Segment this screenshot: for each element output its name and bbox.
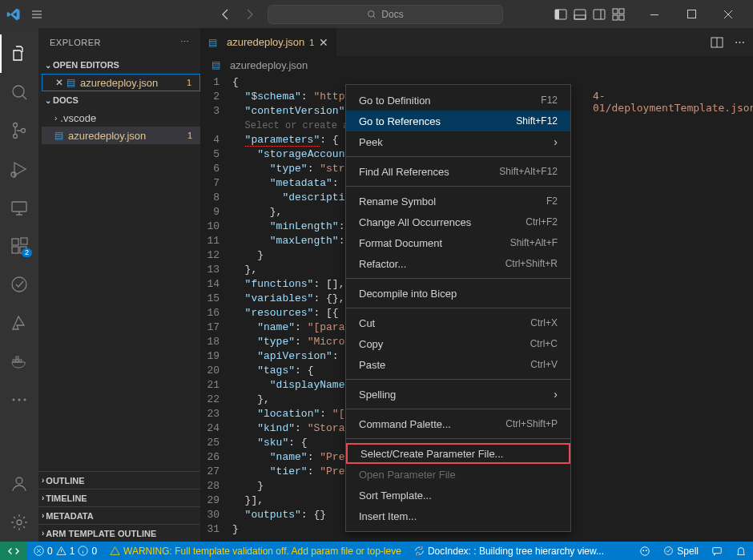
status-docindex[interactable]: DocIndex: : Building tree hierarchy view…	[408, 542, 610, 560]
search-icon	[367, 10, 376, 19]
arm-file-icon: ▤	[208, 37, 217, 48]
folder-item-vscode[interactable]: › .vscode	[42, 109, 200, 127]
problems-badge: 1	[187, 131, 192, 140]
svg-point-21	[12, 277, 26, 292]
command-center-search[interactable]: Docs	[268, 5, 503, 24]
context-menu-item[interactable]: PasteCtrl+V	[346, 354, 570, 375]
activity-testing[interactable]	[0, 265, 38, 304]
activity-extensions[interactable]: 2	[0, 227, 38, 265]
activity-overflow[interactable]	[0, 381, 38, 419]
context-menu-item[interactable]: Spelling›	[346, 384, 570, 405]
schema-url-tail: 4-01/deploymentTemplate.json#",	[593, 90, 753, 114]
arm-file-icon: ▤	[211, 59, 220, 71]
error-icon	[34, 546, 44, 556]
titlebar: Docs ─	[0, 0, 753, 28]
explorer-sidebar: EXPLORER ⋯ ⌄OPEN EDITORS ✕ ▤ azuredeploy…	[38, 28, 200, 542]
tab-azuredeploy[interactable]: ▤ azuredeploy.json 1 ✕	[200, 28, 337, 56]
toggle-panel-right-icon[interactable]	[593, 8, 606, 21]
window-maximize-button[interactable]	[673, 1, 710, 28]
sidebar-title: EXPLORER	[50, 38, 101, 47]
app-menu-button[interactable]	[27, 5, 46, 24]
arm-template-outline-section[interactable]: ›ARM TEMPLATE OUTLINE	[38, 524, 200, 542]
nav-back-button[interactable]	[215, 5, 234, 24]
status-copilot[interactable]	[633, 542, 657, 560]
activity-bar: 2	[0, 28, 38, 542]
window-close-button[interactable]	[710, 1, 747, 28]
svg-point-26	[13, 399, 15, 401]
context-menu-item[interactable]: Format DocumentShift+Alt+F	[346, 232, 570, 253]
nav-forward-button[interactable]	[240, 5, 260, 24]
activity-azure[interactable]	[0, 304, 38, 342]
workspace-section[interactable]: ⌄DOCS	[42, 91, 200, 109]
context-menu-item[interactable]: Command Palette...Ctrl+Shift+P	[346, 413, 570, 434]
svg-point-34	[641, 546, 650, 555]
activity-docker[interactable]	[0, 342, 38, 381]
open-editor-item[interactable]: ✕ ▤ azuredeploy.json 1	[42, 74, 200, 91]
timeline-section[interactable]: ›TIMELINE	[38, 489, 200, 506]
svg-point-35	[643, 550, 645, 551]
context-menu-item[interactable]: Change All OccurrencesCtrl+F2	[346, 212, 570, 232]
warning-icon	[56, 546, 66, 556]
context-menu-item[interactable]: Refactor...Ctrl+Shift+R	[346, 253, 570, 274]
context-menu-item[interactable]: Sort Template...	[346, 485, 570, 506]
split-editor-icon[interactable]	[711, 36, 723, 49]
warning-icon	[110, 546, 120, 556]
svg-rect-17	[12, 239, 18, 245]
activity-remote[interactable]	[0, 188, 38, 227]
context-menu-item[interactable]: CopyCtrl+C	[346, 333, 570, 354]
svg-rect-5	[594, 10, 605, 19]
activity-search[interactable]	[0, 73, 38, 111]
context-menu-item[interactable]: Insert Item...	[346, 506, 570, 526]
arm-file-icon: ▤	[54, 130, 63, 141]
activity-source-control[interactable]	[0, 111, 38, 150]
svg-point-13	[14, 135, 18, 139]
problems-badge: 1	[309, 38, 314, 47]
status-notifications[interactable]	[729, 542, 753, 560]
activity-explorer[interactable]	[0, 34, 38, 73]
svg-rect-38	[713, 547, 722, 553]
status-feedback[interactable]	[705, 542, 729, 560]
svg-rect-4	[574, 15, 586, 19]
context-menu-item[interactable]: CutCtrl+X	[346, 312, 570, 333]
context-menu-item[interactable]: Rename SymbolF2	[346, 191, 570, 212]
remote-indicator[interactable]	[0, 542, 27, 560]
file-item-azuredeploy[interactable]: ▤ azuredeploy.json 1	[42, 127, 200, 144]
svg-point-0	[368, 10, 375, 17]
svg-point-11	[13, 86, 24, 97]
svg-rect-10	[687, 10, 695, 18]
toggle-panel-bottom-icon[interactable]	[574, 8, 586, 21]
tab-bar: ▤ azuredeploy.json 1 ✕ ⋯	[200, 28, 753, 56]
context-menu-item[interactable]: Find All ReferencesShift+Alt+F12	[346, 161, 570, 182]
customize-layout-icon[interactable]	[612, 8, 625, 21]
close-icon[interactable]: ✕	[55, 77, 63, 88]
close-icon[interactable]: ✕	[319, 36, 328, 49]
context-menu-item[interactable]: Go to DefinitionF12	[346, 90, 570, 111]
activity-account[interactable]	[0, 465, 38, 503]
context-menu-item[interactable]: Decompile into Bicep	[346, 283, 570, 304]
sidebar-header: EXPLORER ⋯	[38, 28, 200, 56]
svg-point-30	[17, 520, 22, 525]
line-numbers-gutter: 1234567891011121314151617181920212223242…	[200, 74, 232, 542]
open-editors-section[interactable]: ⌄OPEN EDITORS	[42, 56, 200, 74]
activity-settings[interactable]	[0, 503, 38, 542]
toggle-panel-left-icon[interactable]	[554, 8, 567, 21]
status-problems[interactable]: 0 1 0	[27, 542, 103, 560]
svg-rect-6	[613, 9, 618, 14]
editor-more-icon[interactable]: ⋯	[735, 36, 745, 48]
context-menu-item[interactable]: Peek›	[346, 131, 570, 152]
activity-run-debug[interactable]	[0, 150, 38, 188]
svg-rect-2	[555, 10, 559, 19]
context-menu-item: Open Parameter File	[346, 464, 570, 485]
editor-context-menu[interactable]: Go to DefinitionF12Go to ReferencesShift…	[345, 84, 571, 532]
search-placeholder: Docs	[381, 9, 403, 20]
context-menu-item[interactable]: Select/Create Parameter File...	[346, 443, 570, 464]
outline-section[interactable]: ›OUTLINE	[38, 471, 200, 489]
breadcrumb[interactable]: ▤ azuredeploy.json	[200, 56, 753, 74]
status-spell[interactable]: Spell	[657, 542, 705, 560]
context-menu-item[interactable]: Go to ReferencesShift+F12	[346, 111, 570, 131]
window-minimize-button[interactable]: ─	[636, 1, 673, 28]
status-template-warning[interactable]: WARNING: Full template validation off. A…	[103, 542, 408, 560]
nav-buttons	[215, 5, 260, 24]
sidebar-more-icon[interactable]: ⋯	[180, 37, 190, 47]
metadata-section[interactable]: ›METADATA	[38, 506, 200, 524]
